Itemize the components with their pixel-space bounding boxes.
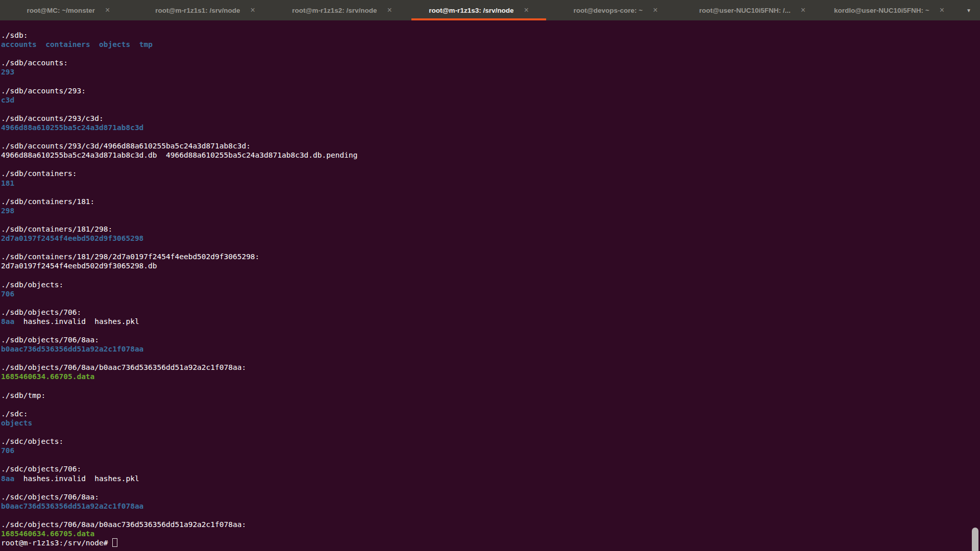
terminal-text [37,40,45,48]
tabs-strip: root@MC: ~/monster×root@m-r1z1s1: /srv/n… [0,0,958,20]
terminal-text [130,40,139,48]
terminal-line: 298 [1,206,980,215]
terminal-line: ./sdb/accounts/293/c3d: [1,114,980,123]
terminal-line: ./sdb/containers: [1,169,980,178]
terminal-text: 293 [1,68,14,76]
terminal-line [1,215,980,224]
close-tab-icon[interactable]: × [524,6,528,14]
close-tab-icon[interactable]: × [940,6,944,14]
tab-title: root@devops-core: ~ [573,7,643,14]
tab-title: root@user-NUC10i5FNH: /... [699,7,791,14]
terminal-tab-4[interactable]: root@m-r1z1s3: /srv/node× [410,0,547,20]
terminal-line: ./sdb/accounts/293/c3d/4966d88a610255ba5… [1,141,980,151]
terminal-line [1,105,980,114]
terminal-text: 4966d88a610255ba5c24a3d871ab8c3d [1,123,143,132]
terminal-line: 181 [1,179,980,188]
close-tab-icon[interactable]: × [653,6,657,14]
terminal-text: tmp [139,40,153,48]
terminal-line: ./sdc: [1,409,980,418]
terminal-tab-2[interactable]: root@m-r1z1s1: /srv/node× [137,0,274,20]
terminal-text: 8aa [1,474,14,483]
terminal-tab-3[interactable]: root@m-r1z1s2: /srv/node× [274,0,410,20]
terminal-text: ./sdb/accounts: [1,59,68,67]
terminal-text: ./sdb/containers/181/298/2d7a0197f2454f4… [1,253,259,261]
terminal-line: ./sdb/accounts/293: [1,86,980,95]
terminal-text: ./sdb/tmp: [1,391,45,399]
terminal-text: ./sdb/accounts/293/c3d/4966d88a610255ba5… [1,142,251,150]
terminal-line [1,188,980,197]
terminal-text: c3d [1,96,14,104]
chevron-down-icon: ▼ [966,8,971,13]
close-tab-icon[interactable]: × [250,6,255,14]
terminal-text: hashes.invalid hashes.pkl [14,317,139,325]
terminal-line: 293 [1,67,980,77]
terminal-text: 2d7a0197f2454f4eebd502d9f3065298 [1,234,143,242]
terminal-line: 4966d88a610255ba5c24a3d871ab8c3d.db 4966… [1,151,980,160]
terminal-text: ./sdb/objects: [1,281,63,289]
terminal-line: b0aac736d536356dd51a92a2c1f078aa [1,344,980,354]
terminal-line: accounts containers objects tmp [1,40,980,49]
terminal-line: ./sdb: [1,31,980,40]
terminal-text: 706 [1,290,14,298]
terminal-text: b0aac736d536356dd51a92a2c1f078aa [1,502,143,510]
terminal-text: ./sdc/objects/706: [1,465,81,473]
terminal-text: 1685460634.66705.data [1,530,94,538]
tab-title: root@MC: ~/monster [27,7,95,14]
terminal-line: ./sdb/objects/706: [1,308,980,317]
close-tab-icon[interactable]: × [387,6,391,14]
terminal-line [1,354,980,363]
terminal-text: 706 [1,446,14,455]
terminal-line: ./sdb/objects: [1,280,980,289]
terminal-line: ./sdc/objects: [1,437,980,446]
terminal-text: 8aa [1,317,14,325]
terminal-text: accounts [1,40,37,48]
terminal-text: ./sdb: [1,31,28,39]
terminal-text: objects [1,419,32,427]
terminal-output[interactable]: ./sdb:accounts containers objects tmp./s… [0,20,980,551]
terminal-cursor [112,538,117,547]
terminal-line [1,382,980,391]
terminal-tab-5[interactable]: root@devops-core: ~× [547,0,684,20]
terminal-line [1,298,980,308]
terminal-line: 4966d88a610255ba5c24a3d871ab8c3d [1,123,980,132]
terminal-tab-1[interactable]: root@MC: ~/monster× [0,0,137,20]
scrollbar-thumb[interactable] [972,528,978,551]
terminal-line [1,77,980,86]
tab-title: root@m-r1z1s3: /srv/node [429,7,513,14]
terminal-line [1,483,980,492]
terminal-line: ./sdc/objects/706/8aa: [1,492,980,502]
terminal-line: 8aa hashes.invalid hashes.pkl [1,474,980,483]
terminal-text: 1685460634.66705.data [1,372,94,381]
terminal-text: ./sdc/objects/706/8aa/b0aac736d536356dd5… [1,520,246,529]
terminal-line: objects [1,418,980,428]
terminal-text: b0aac736d536356dd51a92a2c1f078aa [1,345,143,353]
terminal-text: ./sdb/containers/181: [1,197,94,206]
tab-bar: root@MC: ~/monster×root@m-r1z1s1: /srv/n… [0,0,980,20]
close-tab-icon[interactable]: × [105,6,110,14]
terminal-text: ./sdc: [1,410,28,418]
terminal-tab-6[interactable]: root@user-NUC10i5FNH: /...× [684,0,821,20]
terminal-line [1,132,980,141]
terminal-text: 2d7a0197f2454f4eebd502d9f3065298.db [1,262,157,270]
terminal-tab-7[interactable]: kordlo@user-NUC10i5FNH: ~× [821,0,958,20]
tab-title: kordlo@user-NUC10i5FNH: ~ [834,7,929,14]
terminal-text: ./sdb/objects/706/8aa: [1,336,99,344]
terminal-line: 1685460634.66705.data [1,529,980,538]
terminal-line [1,455,980,464]
terminal-text: ./sdb/objects/706/8aa/b0aac736d536356dd5… [1,363,246,371]
terminal-line: ./sdc/objects/706/8aa/b0aac736d536356dd5… [1,520,980,529]
tab-title: root@m-r1z1s1: /srv/node [155,7,240,14]
terminal-line [1,400,980,409]
tabs-menu-button[interactable]: ▼ [958,0,980,20]
terminal-line: c3d [1,95,980,105]
terminal-line: b0aac736d536356dd51a92a2c1f078aa [1,502,980,511]
terminal-text: ./sdb/containers/181/298: [1,225,112,233]
terminal-line: ./sdb/containers/181: [1,197,980,206]
terminal-text: containers [45,40,90,48]
terminal-text: ./sdb/accounts/293: [1,87,86,95]
terminal-line: 2d7a0197f2454f4eebd502d9f3065298 [1,234,980,243]
terminal-line: ./sdb/containers/181/298/2d7a0197f2454f4… [1,252,980,261]
close-tab-icon[interactable]: × [801,6,805,14]
terminal-text: 298 [1,207,14,215]
terminal-line: ./sdb/accounts: [1,58,980,67]
